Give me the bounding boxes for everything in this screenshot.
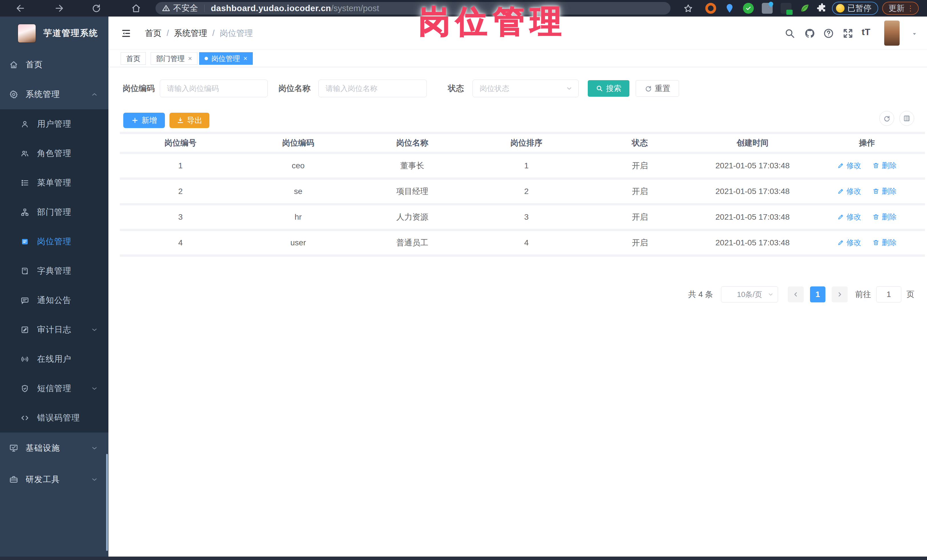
status-select[interactable]: 岗位状态: [473, 80, 579, 97]
browser-forward-icon[interactable]: [54, 3, 64, 14]
breadcrumb-current: 岗位管理: [220, 28, 253, 39]
edit-link[interactable]: 修改: [837, 161, 862, 171]
sidebar-item-label: 岗位管理: [37, 236, 71, 247]
app-frame: 芋道管理系统 首页 系统管理 用户管理 角色管理: [0, 17, 927, 557]
delete-link[interactable]: 删除: [872, 238, 897, 247]
post-code-input[interactable]: [160, 80, 267, 97]
fullscreen-icon[interactable]: [842, 28, 854, 39]
tab-home[interactable]: 首页: [121, 52, 146, 65]
sidebar-item-departments[interactable]: 部门管理: [0, 197, 108, 227]
post-badge-icon: [21, 237, 29, 246]
tab-label: 首页: [126, 54, 140, 63]
extension-gif-icon[interactable]: [781, 3, 792, 14]
status-label: 状态: [448, 79, 464, 97]
sidebar-item-sms[interactable]: 短信管理: [0, 374, 108, 403]
user-caret-down-icon[interactable]: [911, 30, 918, 38]
chevron-up-icon: [91, 91, 98, 98]
goto-label: 前往: [855, 289, 871, 300]
sidebar-item-dev-tools[interactable]: 研发工具: [0, 464, 108, 495]
cell-actions: 修改 删除: [809, 230, 925, 256]
sidebar-item-roles[interactable]: 角色管理: [0, 139, 108, 168]
sidebar-item-users[interactable]: 用户管理: [0, 109, 108, 139]
code-icon: [21, 414, 29, 422]
posts-table: 岗位编号 岗位编码 岗位名称 岗位排序 状态 创建时间 操作 1 ceo: [120, 132, 925, 257]
sidebar-item-label: 角色管理: [37, 148, 71, 159]
trash-icon: [872, 239, 879, 246]
sidebar-item-error-codes[interactable]: 错误码管理: [0, 403, 108, 433]
table-row: 3 hr 人力资源 3 开启 2021-01-05 17:03:48 修改 删除: [120, 204, 925, 230]
edit-link[interactable]: 修改: [837, 238, 862, 247]
status-select-placeholder: 岗位状态: [480, 83, 509, 94]
sidebar-item-announcements[interactable]: 通知公告: [0, 285, 108, 315]
add-button[interactable]: 新增: [123, 113, 165, 128]
browser-home-icon[interactable]: [131, 3, 141, 14]
extension-pin-icon[interactable]: [724, 3, 735, 14]
sidebar-item-posts[interactable]: 岗位管理: [0, 227, 108, 256]
sidebar-item-online-users[interactable]: 在线用户: [0, 344, 108, 374]
column-settings-button[interactable]: [899, 111, 914, 126]
search-form: 岗位编码 岗位名称 状态 岗位状态 搜索 重置: [108, 79, 927, 97]
tab-label: 部门管理: [156, 54, 185, 63]
help-icon[interactable]: [823, 28, 834, 39]
table-row: 2 se 项目经理 2 开启 2021-01-05 17:03:48 修改 删除: [120, 179, 925, 204]
search-icon[interactable]: [784, 28, 795, 39]
plus-icon: [131, 117, 139, 124]
sidebar-item-system[interactable]: 系统管理: [0, 80, 108, 109]
goto-page-input[interactable]: [876, 287, 901, 302]
sidebar-item-label: 基础设施: [26, 442, 60, 454]
delete-link[interactable]: 删除: [872, 161, 897, 171]
delete-link[interactable]: 删除: [872, 212, 897, 222]
tab-close-icon[interactable]: ×: [243, 55, 248, 62]
column-header: 创建时间: [696, 133, 809, 153]
breadcrumb-system[interactable]: 系统管理: [174, 28, 207, 39]
sidebar-item-audit-log[interactable]: 审计日志: [0, 315, 108, 344]
home-icon: [9, 60, 18, 69]
table-row: 4 user 普通员工 4 开启 2021-01-05 17:03:48 修改 …: [120, 230, 925, 256]
edit-link[interactable]: 修改: [837, 212, 862, 222]
chevron-down-icon: [566, 85, 573, 92]
reset-button[interactable]: 重置: [636, 80, 679, 97]
sidebar-item-infrastructure[interactable]: 基础设施: [0, 433, 108, 464]
breadcrumb-home[interactable]: 首页: [145, 28, 161, 39]
sidebar-item-menus[interactable]: 菜单管理: [0, 168, 108, 197]
page-suffix-label: 页: [906, 289, 915, 300]
prev-page-button[interactable]: [788, 287, 804, 302]
bookmark-star-icon[interactable]: [683, 3, 693, 14]
extension-gray-drop-icon[interactable]: [762, 3, 773, 14]
extension-orange-icon[interactable]: [705, 3, 716, 14]
browser-back-icon[interactable]: [15, 3, 26, 14]
breadcrumb: 首页 / 系统管理 / 岗位管理: [145, 17, 253, 50]
tab-departments[interactable]: 部门管理 ×: [150, 52, 198, 65]
cell-post-code: ceo: [241, 153, 355, 179]
browser-menu-dots-icon[interactable]: ⋮: [907, 6, 914, 10]
tab-close-icon[interactable]: ×: [188, 55, 192, 62]
tab-posts[interactable]: 岗位管理 ×: [199, 52, 253, 65]
github-icon[interactable]: [804, 28, 815, 39]
font-size-icon[interactable]: tT: [862, 27, 873, 38]
sidebar-item-label: 首页: [26, 59, 43, 70]
post-name-input[interactable]: [318, 80, 427, 97]
current-page-button[interactable]: 1: [810, 287, 825, 302]
edit-link[interactable]: 修改: [837, 186, 862, 196]
announcement-bubble-icon: [21, 296, 29, 305]
browser-reload-icon[interactable]: [91, 3, 101, 14]
delete-link[interactable]: 删除: [872, 186, 897, 196]
users-group-icon: [21, 149, 29, 158]
page-size-select[interactable]: 10条/页: [721, 287, 778, 302]
address-bar[interactable]: 不安全 dashboard.yudao.iocoder.cn/system/po…: [155, 2, 670, 15]
sidebar-item-dictionary[interactable]: 字典管理: [0, 256, 108, 285]
extension-green-check-icon[interactable]: [743, 3, 754, 14]
paused-extension-badge[interactable]: 已暂停: [832, 2, 878, 15]
chevron-down-icon: [91, 385, 98, 392]
search-button[interactable]: 搜索: [588, 80, 629, 97]
refresh-table-button[interactable]: [879, 111, 894, 126]
browser-update-button[interactable]: 更新 ⋮: [882, 2, 919, 15]
sidebar-collapse-icon[interactable]: [121, 28, 131, 38]
export-button[interactable]: 导出: [169, 113, 210, 128]
extension-leaf-icon[interactable]: [799, 3, 810, 14]
sidebar-item-home[interactable]: 首页: [0, 50, 108, 80]
extensions-puzzle-icon[interactable]: [817, 3, 827, 14]
next-page-button[interactable]: [832, 287, 848, 302]
post-name-label: 岗位名称: [278, 79, 310, 97]
user-avatar[interactable]: [884, 21, 900, 46]
